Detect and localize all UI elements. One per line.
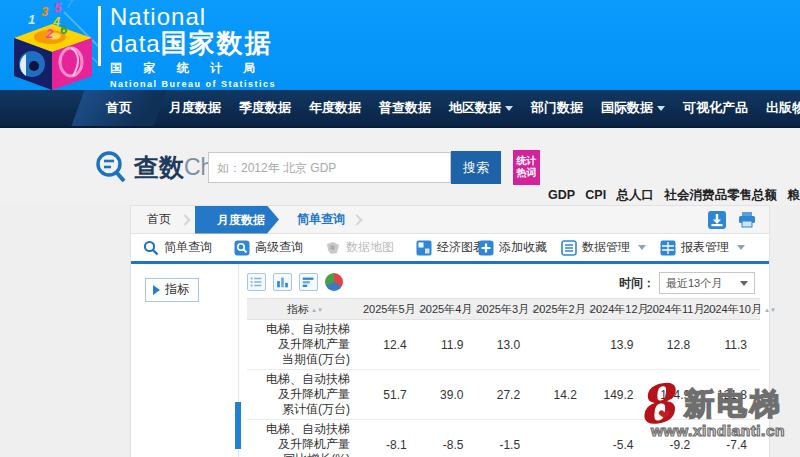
value-cell: -5.4: [590, 420, 647, 457]
value-cell: -9.2: [647, 420, 704, 457]
simple-query-button[interactable]: 简单查询: [143, 239, 212, 256]
tool-label: 高级查询: [255, 239, 303, 256]
indicator-line1: 电梯、自动扶梯及升降机产量: [247, 372, 350, 402]
pie-chart-view-icon[interactable]: [325, 273, 343, 291]
nav-label: 年度数据: [309, 100, 361, 115]
nav-item-quarterly[interactable]: 季度数据: [230, 90, 300, 126]
table-header-row: 指标▲▼ 2025年5月▲▼ 2025年4月▲▼ 2025年3月▲▼ 2025年…: [247, 299, 760, 320]
col-header-label: 指标: [287, 303, 309, 315]
tool-label: 报表管理: [681, 239, 729, 256]
tool-label: 数据管理: [582, 239, 630, 256]
nav-item-international[interactable]: 国际数据: [592, 90, 674, 126]
col-header-label: 2024年10月: [703, 303, 762, 315]
col-header-label: 2024年11月: [647, 303, 705, 315]
chevron-down-icon: [505, 106, 513, 111]
value-cell: -7.4: [703, 420, 760, 457]
table-row: 电梯、自动扶梯及升降机产量累计值(万台) 51.7 39.0 27.2 14.2…: [247, 370, 760, 420]
breadcrumb-monthly-active[interactable]: 月度数据: [195, 206, 279, 234]
site-title: National data国家数据 国 家 统 计 局 National Bur…: [110, 4, 276, 89]
value-cell: 13.0: [476, 320, 533, 370]
data-manage-dropdown[interactable]: 数据管理: [561, 239, 646, 256]
search-input[interactable]: [208, 152, 451, 183]
col-header-month[interactable]: 2025年2月▲▼: [533, 299, 590, 320]
indicator-line2: 同比增长(%): [247, 452, 350, 457]
col-header-label: 2025年4月: [420, 303, 473, 315]
indicator-cell: 电梯、自动扶梯及升降机产量累计值(万台): [247, 370, 363, 420]
breadcrumb-simple-query[interactable]: 简单查询: [289, 211, 353, 228]
table-pane: 时间： 最近13个月 指标▲▼ 2025年5月▲▼ 2025年4月▲▼ 2025…: [239, 264, 769, 457]
nav-label: 国际数据: [601, 100, 653, 115]
triangle-right-icon: [153, 285, 160, 295]
search-section: 查数 ChaShu 搜索 统计 热词 GDP CPI 总人口 社会消费品零售总额…: [0, 128, 800, 205]
data-manage-icon: [561, 240, 577, 256]
value-cell: 27.2: [476, 370, 533, 420]
nav-item-home[interactable]: 首页: [78, 90, 160, 126]
nav-label: 地区数据: [449, 100, 501, 115]
nav-item-regional[interactable]: 地区数据: [440, 90, 522, 126]
add-favorite-button[interactable]: 添加收藏: [478, 239, 547, 256]
col-header-indicator[interactable]: 指标▲▼: [247, 299, 363, 320]
col-header-label: 2024年12月: [590, 303, 649, 315]
time-range-dropdown[interactable]: 最近13个月: [659, 272, 755, 294]
bar-chart-view-icon[interactable]: [273, 273, 292, 291]
indicator-toggle-button[interactable]: 指标: [145, 278, 199, 302]
col-header-month[interactable]: 2024年11月▲▼: [647, 299, 704, 320]
economy-chart-button[interactable]: 经济图表: [416, 239, 485, 256]
tool-label: 添加收藏: [499, 239, 547, 256]
hot-words-badge: 统计 热词: [513, 150, 540, 185]
value-cell: 13.9: [590, 320, 647, 370]
tool-label: 数据地图: [346, 239, 394, 256]
search-button[interactable]: 搜索: [451, 151, 501, 184]
nbs-cube-logo: 1 3 5 7 4 2 6: [4, 2, 104, 90]
table-row: 电梯、自动扶梯及升降机产量当期值(万台) 12.4 11.9 13.0 13.9…: [247, 320, 760, 370]
magnifier-icon: [143, 240, 159, 256]
nav-item-annual[interactable]: 年度数据: [300, 90, 370, 126]
sort-icon[interactable]: ▲▼: [764, 308, 776, 312]
print-icon[interactable]: [737, 210, 757, 230]
logo-number: 3: [41, 4, 48, 19]
value-cell: -1.5: [476, 420, 533, 457]
col-header-month[interactable]: 2025年4月▲▼: [420, 299, 477, 320]
value-cell: 121.8: [703, 370, 760, 420]
chevron-down-icon: [638, 245, 646, 250]
indicator-sidebar: 指标: [131, 264, 239, 457]
indicator-cell: 电梯、自动扶梯及升降机产量当期值(万台): [247, 320, 363, 370]
col-header-month[interactable]: 2025年5月▲▼: [363, 299, 420, 320]
bureau-name-en: National Bureau of Statistics: [110, 79, 276, 89]
nav-item-monthly[interactable]: 月度数据: [160, 90, 230, 126]
download-icon[interactable]: [707, 210, 727, 230]
col-header-month[interactable]: 2025年3月▲▼: [476, 299, 533, 320]
horizontal-bar-view-icon[interactable]: [299, 273, 318, 291]
indicator-cell: 电梯、自动扶梯及升降机产量同比增长(%): [247, 420, 363, 457]
nav-label: 首页: [106, 100, 132, 115]
col-header-month[interactable]: 2024年12月▲▼: [590, 299, 647, 320]
hot-words-row1[interactable]: GDP CPI 总人口 社会消费品零售总额 粮食产量: [548, 186, 793, 204]
logo-divider: [98, 6, 101, 66]
logo-number: 2: [46, 26, 53, 41]
advanced-search-icon: [234, 240, 250, 256]
value-cell: [533, 320, 590, 370]
advanced-query-button[interactable]: 高级查询: [234, 239, 303, 256]
content-card: 首页 月度数据 简单查询: [130, 205, 770, 457]
value-cell: 39.0: [420, 370, 477, 420]
nav-item-census[interactable]: 普查数据: [370, 90, 440, 126]
data-map-button: 数据地图: [325, 239, 394, 256]
value-cell: 134.9: [647, 370, 704, 420]
nav-item-department[interactable]: 部门数据: [522, 90, 592, 126]
logo-number: 1: [28, 12, 35, 27]
col-header-month[interactable]: 2024年10月▲▼: [703, 299, 760, 320]
bureau-name-cn: 国 家 统 计 局: [110, 60, 276, 77]
breadcrumb-home[interactable]: 首页: [131, 211, 181, 228]
value-cell: [533, 420, 590, 457]
time-range-value: 最近13个月: [666, 276, 722, 291]
query-toolbar: 简单查询 高级查询 数据地图: [131, 234, 769, 264]
main-nav: 首页 月度数据 季度数据 年度数据 普查数据 地区数据 部门数据 国际数据 可视…: [0, 90, 800, 128]
nav-item-publications[interactable]: 出版物: [757, 90, 800, 126]
table-view-icon[interactable]: [247, 273, 266, 291]
table-row: 电梯、自动扶梯及升降机产量同比增长(%) -8.1 -8.5 -1.5 -5.4…: [247, 420, 760, 457]
indicator-line2: 累计值(万台): [247, 402, 350, 417]
report-manage-dropdown[interactable]: 报表管理: [660, 239, 745, 256]
nav-item-visualization[interactable]: 可视化产品: [674, 90, 757, 126]
nav-label: 出版物: [766, 100, 800, 115]
sort-icon[interactable]: ▲▼: [311, 308, 323, 312]
